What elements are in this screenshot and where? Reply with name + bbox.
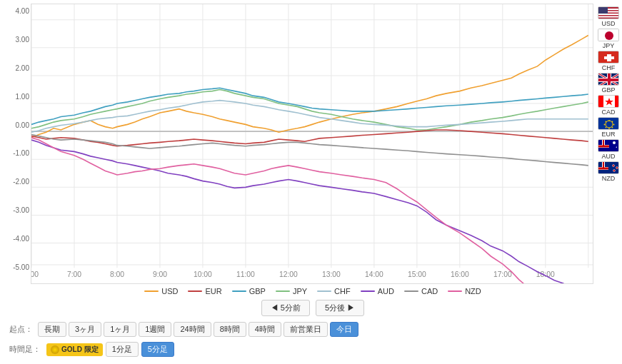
y-label-300: 3.00 xyxy=(4,36,29,44)
flag-sidebar: USD JPY xyxy=(595,4,622,284)
flag-nzd xyxy=(598,161,619,174)
svg-point-65 xyxy=(608,120,610,121)
timelimit-btn-5m[interactable]: 5分足 xyxy=(141,342,174,357)
gold-badge-label: GOLD 限定 xyxy=(61,345,99,355)
legend-chf: CHF xyxy=(317,287,351,295)
svg-rect-85 xyxy=(598,168,608,170)
svg-rect-58 xyxy=(598,79,619,81)
flag-nzd-label: NZD xyxy=(602,175,616,182)
svg-point-79 xyxy=(613,141,616,144)
aud-line xyxy=(31,140,588,283)
svg-text:7:00: 7:00 xyxy=(67,270,81,278)
prev-button[interactable]: ◀ 5分前 xyxy=(261,300,310,316)
period-btn-1m[interactable]: 1ヶ月 xyxy=(104,322,136,337)
svg-point-46 xyxy=(605,31,613,40)
legend-chf-line xyxy=(317,290,331,292)
svg-text:10:00: 10:00 xyxy=(194,270,212,278)
legend-aud-line xyxy=(361,290,375,292)
flag-usd xyxy=(598,6,619,19)
flag-item-usd[interactable]: USD xyxy=(598,6,619,27)
cad-line xyxy=(31,134,588,165)
legend-cad-label: CAD xyxy=(421,287,438,295)
svg-point-88 xyxy=(613,170,616,172)
svg-text:12:00: 12:00 xyxy=(279,270,298,278)
legend-nzd-label: NZD xyxy=(465,287,481,295)
flag-aud xyxy=(598,139,619,152)
flag-gbp xyxy=(598,73,619,86)
svg-rect-60 xyxy=(598,96,603,108)
flag-item-eur[interactable]: EUR xyxy=(598,117,619,138)
legend-usd-label: USD xyxy=(161,287,178,295)
timelimit-btn-1m[interactable]: 1分足 xyxy=(106,342,139,357)
period-btn-8h[interactable]: 8時間 xyxy=(214,322,246,337)
legend-eur-line xyxy=(188,290,202,292)
legend-cad: CAD xyxy=(404,287,438,295)
legend-jpy-line xyxy=(276,290,290,292)
flag-eur xyxy=(598,117,619,130)
svg-point-69 xyxy=(608,128,610,129)
legend-gbp-line xyxy=(232,290,246,292)
y-label-0: 0.00 xyxy=(4,121,29,129)
y-label-400: 4.00 xyxy=(4,7,29,15)
chart-area: 4.00 3.00 2.00 1.00 0.00 -1.00 -2.00 -3.… xyxy=(4,4,622,284)
svg-rect-49 xyxy=(604,56,614,59)
flag-item-chf[interactable]: CHF xyxy=(598,51,619,71)
legend-jpy-label: JPY xyxy=(293,287,307,295)
flag-eur-label: EUR xyxy=(601,131,615,138)
timelimit-row: 時間足： GOLD 限定 1分足 5分足 xyxy=(4,340,622,360)
legend-eur-label: EUR xyxy=(205,287,221,295)
period-label: 起点： xyxy=(9,324,33,335)
flag-chf-label: CHF xyxy=(602,64,616,71)
period-row: 起点： 長期 3ヶ月 1ヶ月 1週間 24時間 8時間 4時間 前営業日 今日 xyxy=(4,319,622,340)
legend-nzd-line xyxy=(448,290,462,292)
flag-item-cad[interactable]: CAD xyxy=(598,95,619,116)
period-btn-chouki[interactable]: 長期 xyxy=(38,322,66,337)
svg-point-71 xyxy=(604,124,606,126)
y-label-n300: -3.00 xyxy=(4,206,29,214)
y-label-n500: -5.00 xyxy=(4,263,29,271)
svg-point-68 xyxy=(612,127,613,128)
svg-text:16:00: 16:00 xyxy=(451,270,469,278)
legend-usd: USD xyxy=(144,287,178,295)
svg-point-86 xyxy=(613,165,615,167)
svg-rect-78 xyxy=(598,146,609,148)
legend-eur: EUR xyxy=(188,287,221,295)
flag-cad-label: CAD xyxy=(601,108,615,116)
svg-rect-44 xyxy=(598,7,608,14)
nav-row: ◀ 5分前 5分後 ▶ xyxy=(4,297,622,319)
legend-aud-label: AUD xyxy=(378,287,394,295)
svg-text:11:00: 11:00 xyxy=(236,270,255,278)
period-btn-today[interactable]: 今日 xyxy=(330,322,358,337)
svg-text:8:00: 8:00 xyxy=(110,270,124,278)
period-btn-prev[interactable]: 前営業日 xyxy=(284,322,328,337)
flag-aud-label: AUD xyxy=(601,153,615,160)
flag-item-jpy[interactable]: JPY xyxy=(598,29,619,49)
flag-item-gbp[interactable]: GBP xyxy=(598,73,619,93)
y-label-n200: -2.00 xyxy=(4,178,29,186)
y-axis: 4.00 3.00 2.00 1.00 0.00 -1.00 -2.00 -3.… xyxy=(4,4,31,284)
flag-chf xyxy=(598,51,619,64)
svg-text:9:00: 9:00 xyxy=(153,270,167,278)
period-btn-1w[interactable]: 1週間 xyxy=(139,322,171,337)
y-label-n100: -1.00 xyxy=(4,149,29,157)
period-btn-3m[interactable]: 3ヶ月 xyxy=(69,322,101,337)
flag-usd-label: USD xyxy=(601,20,615,27)
main-container: 4.00 3.00 2.00 1.00 0.00 -1.00 -2.00 -3.… xyxy=(0,0,622,364)
legend-usd-line xyxy=(144,290,159,292)
svg-rect-61 xyxy=(615,96,619,108)
flag-jpy xyxy=(598,29,619,41)
svg-rect-42 xyxy=(598,16,619,18)
svg-text:18:00: 18:00 xyxy=(536,270,555,278)
usd-line xyxy=(31,35,588,137)
period-btn-24h[interactable]: 24時間 xyxy=(174,322,211,337)
svg-point-72 xyxy=(606,121,607,123)
next-button[interactable]: 5分後 ▶ xyxy=(316,300,364,316)
chart-wrapper: 6:00 7:00 8:00 9:00 10:00 11:00 12:00 13… xyxy=(31,4,593,284)
y-label-100: 1.00 xyxy=(4,93,29,101)
y-label-n400: -4.00 xyxy=(4,235,29,243)
flag-item-nzd[interactable]: NZD xyxy=(598,161,619,182)
flag-item-aud[interactable]: AUD xyxy=(598,139,619,160)
svg-text:13:00: 13:00 xyxy=(322,270,341,278)
gbp-line xyxy=(31,88,588,124)
period-btn-4h[interactable]: 4時間 xyxy=(249,322,281,337)
